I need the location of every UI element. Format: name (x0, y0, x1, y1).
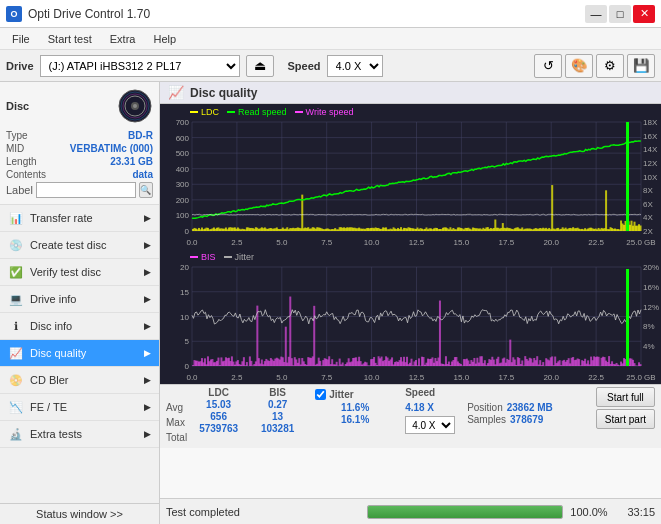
refresh-button[interactable]: ↺ (534, 54, 562, 78)
nav-verify-test-disc-label: Verify test disc (30, 266, 101, 278)
content-area: 📈 Disc quality LDC Read speed (160, 82, 661, 524)
nav-cd-bler[interactable]: 📀 CD Bler ▶ (0, 367, 159, 394)
close-button[interactable]: ✕ (633, 5, 655, 23)
chart2-legend: BIS Jitter (190, 252, 254, 262)
nav-disc-quality-label: Disc quality (30, 347, 86, 359)
total-label: Total (166, 432, 187, 446)
menu-bar: File Start test Extra Help (0, 28, 661, 50)
start-full-button[interactable]: Start full (596, 387, 655, 407)
menu-help[interactable]: Help (145, 31, 184, 47)
settings-button[interactable]: ⚙ (596, 54, 624, 78)
progress-bar (367, 505, 564, 519)
action-buttons: ↺ 🎨 ⚙ 💾 (534, 54, 655, 78)
speed-header: Speed (405, 387, 455, 401)
nav-extra-tests[interactable]: 🔬 Extra tests ▶ (0, 421, 159, 448)
charts-area: LDC Read speed Write speed (160, 104, 661, 498)
nav-extra-tests-label: Extra tests (30, 428, 82, 440)
avg-label: Avg (166, 402, 187, 416)
nav-create-test-disc[interactable]: 💿 Create test disc ▶ (0, 232, 159, 259)
speed-display: 4.18 X (405, 402, 455, 413)
content-header: 📈 Disc quality (160, 82, 661, 104)
nav-transfer-rate[interactable]: 📊 Transfer rate ▶ (0, 205, 159, 232)
length-label: Length (6, 156, 37, 167)
jitter-checkbox[interactable] (315, 389, 326, 400)
app-icon: O (6, 6, 22, 22)
stats-row: Avg Max Total LDC 15.03 656 5739763 BIS … (160, 384, 661, 448)
progress-pct: 100.0% (569, 506, 609, 518)
bis-legend-label: BIS (201, 252, 216, 262)
speed-label: Speed (288, 60, 321, 72)
nav-disc-info[interactable]: ℹ Disc info ▶ (0, 313, 159, 340)
ldc-total: 5739763 (191, 423, 246, 434)
disc-section: Disc Type BD-R MID VERBATIMc (000) (0, 82, 159, 205)
nav-disc-info-label: Disc info (30, 320, 72, 332)
speed-col: Speed 4.18 X 4.0 X (405, 387, 455, 434)
nav-create-test-disc-label: Create test disc (30, 239, 106, 251)
disc-title: Disc (6, 100, 29, 112)
status-window-button[interactable]: Status window >> (0, 503, 159, 524)
ldc-legend: LDC (190, 107, 219, 117)
nav-drive-info[interactable]: 💻 Drive info ▶ (0, 286, 159, 313)
mid-value: VERBATIMc (000) (70, 143, 153, 154)
status-window-label: Status window >> (36, 508, 123, 520)
drive-select[interactable]: (J:) ATAPI iHBS312 2 PL17 (40, 55, 240, 77)
ldc-max: 656 (191, 411, 246, 422)
disc-info-icon: ℹ (8, 318, 24, 334)
nav-fe-te-label: FE / TE (30, 401, 67, 413)
eject-button[interactable]: ⏏ (246, 55, 274, 77)
disc-label-input[interactable] (36, 182, 136, 198)
save-button[interactable]: 💾 (627, 54, 655, 78)
ldc-legend-label: LDC (201, 107, 219, 117)
nav-fe-te[interactable]: 📉 FE / TE ▶ (0, 394, 159, 421)
cd-bler-icon: 📀 (8, 372, 24, 388)
maximize-button[interactable]: □ (609, 5, 631, 23)
title-bar: O Opti Drive Control 1.70 — □ ✕ (0, 0, 661, 28)
jitter-max: 16.1% (315, 414, 395, 425)
jitter-avg: 11.6% (315, 402, 395, 413)
bis-col: BIS 0.27 13 103281 (250, 387, 305, 434)
disc-label-button[interactable]: 🔍 (139, 182, 153, 198)
mid-label: MID (6, 143, 24, 154)
ldc-avg: 15.03 (191, 399, 246, 410)
extra-tests-icon: 🔬 (8, 426, 24, 442)
bis-total: 103281 (250, 423, 305, 434)
nav-transfer-rate-label: Transfer rate (30, 212, 93, 224)
drive-info-icon: 💻 (8, 291, 24, 307)
bis-avg: 0.27 (250, 399, 305, 410)
disc-label-label: Label (6, 184, 33, 196)
nav-verify-test-disc[interactable]: ✅ Verify test disc ▶ (0, 259, 159, 286)
length-value: 23.31 GB (110, 156, 153, 167)
max-label: Max (166, 417, 187, 431)
read-speed-legend-label: Read speed (238, 107, 287, 117)
speed-select[interactable]: 4.0 X (327, 55, 383, 77)
contents-value: data (132, 169, 153, 180)
nav-drive-info-label: Drive info (30, 293, 76, 305)
drive-bar: Drive (J:) ATAPI iHBS312 2 PL17 ⏏ Speed … (0, 50, 661, 82)
nav-cd-bler-label: CD Bler (30, 374, 69, 386)
nav-disc-quality[interactable]: 📈 Disc quality ▶ (0, 340, 159, 367)
ldc-col: LDC 15.03 656 5739763 (191, 387, 246, 434)
position-col: Position 23862 MB Samples 378679 (467, 387, 553, 425)
minimize-button[interactable]: — (585, 5, 607, 23)
app-title: Opti Drive Control 1.70 (28, 7, 150, 21)
menu-start-test[interactable]: Start test (40, 31, 100, 47)
theme-button[interactable]: 🎨 (565, 54, 593, 78)
transfer-rate-icon: 📊 (8, 210, 24, 226)
chart-bis: BIS Jitter (160, 249, 661, 384)
menu-file[interactable]: File (4, 31, 38, 47)
fe-te-icon: 📉 (8, 399, 24, 415)
samples-value: 378679 (510, 414, 543, 425)
menu-extra[interactable]: Extra (102, 31, 144, 47)
position-value: 23862 MB (507, 402, 553, 413)
time-display: 33:15 (615, 506, 655, 518)
speed-select-stats[interactable]: 4.0 X (405, 416, 455, 434)
chart1-legend: LDC Read speed Write speed (190, 107, 353, 117)
status-text: Test completed (166, 506, 361, 518)
bis-legend: BIS (190, 252, 216, 262)
disc-quality-icon: 📈 (8, 345, 24, 361)
window-controls: — □ ✕ (585, 5, 655, 23)
start-part-button[interactable]: Start part (596, 409, 655, 429)
jitter-header: Jitter (329, 389, 353, 400)
main-area: Disc Type BD-R MID VERBATIMc (000) (0, 82, 661, 524)
contents-label: Contents (6, 169, 46, 180)
